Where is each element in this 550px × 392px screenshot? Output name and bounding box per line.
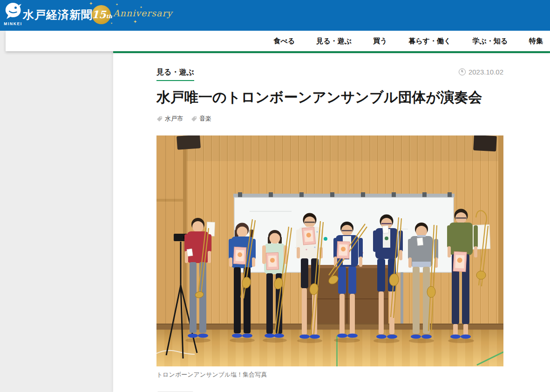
gym-floor xyxy=(156,324,503,366)
article-panel: 見る・遊ぶ 2023.10.02 水戸唯一のトロンボーンアンサンブル団体が演奏会… xyxy=(113,51,550,392)
sparkle-icon: ✦ xyxy=(140,6,143,9)
site-header: MINKEI 水戸経済新聞 15th Anniversary ✦ ✦ ✦ ✦ ✦ xyxy=(0,0,550,31)
bird-pin-icon xyxy=(5,2,22,20)
minkei-wordmark: MINKEI xyxy=(2,21,24,26)
nav-item-eat[interactable]: 食べる xyxy=(263,37,306,46)
speaker-right xyxy=(473,135,497,151)
main-nav: 食べる 見る・遊ぶ 買う 暮らす・働く 学ぶ・知る 特集 xyxy=(6,31,550,51)
page: { "brand": { "minkei_label": "MINKEI", "… xyxy=(0,0,550,392)
nav-item-buy[interactable]: 買う xyxy=(362,37,398,46)
article-category-link[interactable]: 見る・遊ぶ xyxy=(156,68,194,81)
nav-item-live-work[interactable]: 暮らす・働く xyxy=(398,37,462,46)
category-date-row: 見る・遊ぶ 2023.10.02 xyxy=(156,68,503,81)
sparkle-icon: ✦ xyxy=(89,1,93,6)
tag-link-mito[interactable]: 水戸市 xyxy=(156,115,183,123)
photo-illustration xyxy=(156,135,503,366)
sparkle-icon: ✦ xyxy=(110,22,113,25)
minkei-logo[interactable]: MINKEI xyxy=(2,2,24,26)
anniversary-badge: 15th xyxy=(92,5,111,24)
anniversary-script: Anniversary xyxy=(113,8,172,18)
nav-item-see-play[interactable]: 見る・遊ぶ xyxy=(306,37,362,46)
nav-item-special[interactable]: 特集 xyxy=(518,37,550,46)
site-title[interactable]: 水戸経済新聞 xyxy=(23,7,93,22)
sparkle-icon: ✦ xyxy=(115,3,118,6)
photo-caption: トロンボーンアンサンブル塩！集合写真 xyxy=(156,371,550,379)
article-photo[interactable] xyxy=(156,135,503,366)
tag-icon xyxy=(156,116,163,122)
article-title: 水戸唯一のトロンボーンアンサンブル団体が演奏会 xyxy=(156,89,520,105)
article-date: 2023.10.02 xyxy=(459,68,503,76)
article-tags: 水戸市 音楽 xyxy=(156,115,550,123)
tag-icon xyxy=(191,116,197,122)
nav-item-learn-know[interactable]: 学ぶ・知る xyxy=(462,37,518,46)
clock-icon xyxy=(459,68,466,75)
speaker-left xyxy=(177,135,201,150)
tag-link-music[interactable]: 音楽 xyxy=(191,115,211,123)
sparkle-icon: ✦ xyxy=(133,20,137,24)
